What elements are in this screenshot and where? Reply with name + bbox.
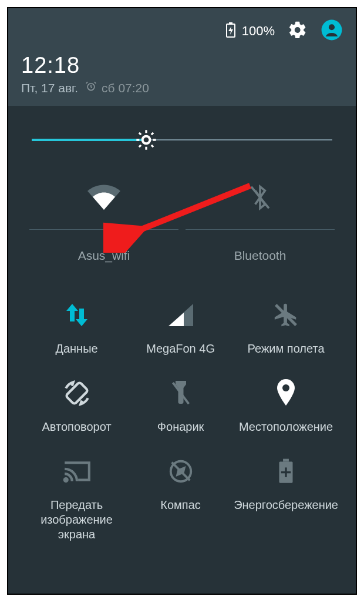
- compass-off-icon: [167, 458, 194, 487]
- cast-tile[interactable]: Передать изображение экрана: [26, 455, 127, 542]
- data-label: Данные: [26, 341, 127, 356]
- alarm-time: сб 07:20: [102, 81, 149, 95]
- svg-marker-2: [228, 26, 233, 35]
- bluetooth-tile[interactable]: [182, 175, 338, 229]
- battery-percentage: 100%: [242, 24, 275, 39]
- svg-rect-22: [283, 459, 289, 462]
- battery-saver-icon: [277, 458, 295, 487]
- location-tile[interactable]: Местоположение: [234, 377, 338, 434]
- flashlight-tile[interactable]: Фонарик: [130, 377, 231, 434]
- svg-line-20: [171, 463, 190, 481]
- svg-point-7: [143, 138, 149, 143]
- signal-icon: [167, 303, 194, 330]
- cast-icon: [62, 459, 92, 486]
- wifi-tile-label-area[interactable]: Asus_wifi: [26, 230, 182, 276]
- clock-time[interactable]: 12:18: [21, 53, 343, 78]
- signal-label: MegaFon 4G: [130, 341, 231, 356]
- rotate-tile[interactable]: Автоповорот: [26, 377, 127, 434]
- cast-label: Передать изображение экрана: [26, 498, 127, 542]
- header: 100% 12:18 Пт, 17 авг.: [8, 8, 356, 106]
- settings-gear-icon[interactable]: [288, 20, 308, 42]
- svg-marker-10: [76, 309, 87, 326]
- flashlight-off-icon: [170, 379, 191, 410]
- tiles-grid: Данные MegaFon 4G: [26, 299, 338, 542]
- slider-fill: [32, 139, 146, 141]
- brightness-thumb-icon[interactable]: [134, 128, 158, 152]
- wifi-tile[interactable]: [26, 175, 182, 229]
- brightness-slider[interactable]: [32, 128, 332, 152]
- date-alarm-row[interactable]: Пт, 17 авг. сб 07:20: [21, 81, 343, 95]
- alarm-clock-icon: [85, 81, 97, 95]
- data-arrows-icon: [64, 302, 90, 331]
- quick-settings-body: Asus_wifi Bluetooth: [8, 106, 356, 554]
- svg-rect-1: [229, 22, 232, 24]
- date-text: Пт, 17 авг.: [21, 81, 78, 95]
- bluetooth-off-icon: [248, 183, 272, 215]
- svg-rect-24: [281, 471, 291, 473]
- auto-rotate-icon: [62, 378, 92, 410]
- battery-saver-label: Энергосбережение: [234, 498, 338, 512]
- battery-charging-icon: [225, 22, 236, 41]
- battery-status: 100%: [225, 22, 275, 41]
- svg-marker-9: [66, 304, 78, 321]
- svg-point-4: [329, 24, 335, 30]
- location-label: Местоположение: [234, 420, 338, 434]
- compass-label: Компас: [130, 498, 231, 512]
- location-pin-icon: [275, 379, 296, 410]
- alarm-info: сб 07:20: [85, 81, 149, 95]
- data-tile[interactable]: Данные: [26, 299, 127, 356]
- bluetooth-tile-label-area[interactable]: Bluetooth: [182, 230, 338, 276]
- wifi-label: Asus_wifi: [26, 249, 182, 263]
- wifi-icon: [85, 183, 123, 215]
- bluetooth-label: Bluetooth: [182, 249, 338, 263]
- svg-point-16: [282, 384, 289, 391]
- compass-tile[interactable]: Компас: [130, 455, 231, 542]
- status-bar: 100%: [21, 19, 343, 43]
- svg-point-17: [64, 478, 67, 481]
- flashlight-label: Фонарик: [130, 420, 231, 434]
- battery-saver-tile[interactable]: Энергосбережение: [234, 455, 338, 542]
- quick-settings-panel: 100% 12:18 Пт, 17 авг.: [7, 7, 357, 595]
- signal-tile[interactable]: MegaFon 4G: [130, 299, 231, 356]
- user-avatar-icon[interactable]: [321, 19, 343, 43]
- airplane-label: Режим полета: [234, 341, 338, 356]
- airplane-off-icon: [272, 302, 299, 331]
- rotate-label: Автоповорот: [26, 420, 127, 434]
- airplane-tile[interactable]: Режим полета: [234, 299, 338, 356]
